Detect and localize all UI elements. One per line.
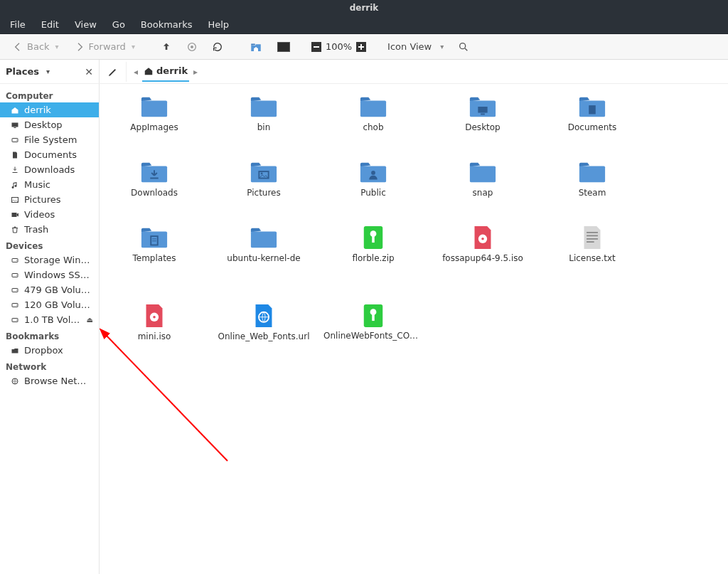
- places-panel-header: Places ▾ ✕: [0, 60, 100, 83]
- menu-edit[interactable]: Edit: [34, 16, 66, 33]
- svg-rect-29: [251, 166, 277, 182]
- reload-button[interactable]: [208, 38, 228, 55]
- sidebar-item-device[interactable]: Windows SSD sto...: [0, 267, 99, 282]
- svg-point-14: [16, 289, 17, 290]
- file-item[interactable]: florble.zip: [318, 225, 428, 303]
- file-icon: [140, 303, 168, 329]
- view-mode-selector[interactable]: Icon View: [383, 40, 448, 53]
- sidebar-item-device[interactable]: Storage Windows: [0, 253, 99, 267]
- svg-rect-34: [470, 166, 496, 182]
- sidebar-item-device[interactable]: 479 GB Volume: [0, 282, 99, 297]
- home-icon: [249, 41, 263, 53]
- menu-help[interactable]: Help: [200, 16, 236, 33]
- file-item[interactable]: License.txt: [537, 225, 647, 303]
- folder-item[interactable]: Desktop: [428, 94, 537, 159]
- breadcrumb-fwd-icon[interactable]: ▸: [193, 67, 198, 77]
- item-label: License.txt: [569, 253, 616, 263]
- terminal-button[interactable]: [273, 39, 294, 55]
- folder-item[interactable]: Downloads: [100, 159, 209, 225]
- zoom-in-button[interactable]: [356, 42, 366, 52]
- folder-item[interactable]: ubuntu-kernel-de: [209, 225, 318, 290]
- sidebar-item-device[interactable]: 120 GB Volume: [0, 297, 99, 312]
- file-icon: [250, 303, 278, 329]
- trash-icon: [10, 225, 20, 235]
- folder-item[interactable]: Public: [318, 159, 428, 225]
- up-button[interactable]: [156, 38, 176, 55]
- disk-icon: [10, 300, 20, 310]
- zoom-out-button[interactable]: [311, 42, 321, 52]
- menu-view[interactable]: View: [68, 16, 104, 33]
- places-close-button[interactable]: ✕: [85, 66, 93, 78]
- file-icon: [359, 303, 387, 329]
- svg-point-31: [261, 172, 263, 174]
- sidebar-item-music[interactable]: Music: [0, 177, 99, 192]
- sidebar-item-browse-network[interactable]: Browse Network: [0, 373, 99, 388]
- folder-item[interactable]: bin: [209, 94, 318, 159]
- item-label: chob: [363, 122, 383, 132]
- stop-button[interactable]: [182, 38, 202, 55]
- forward-button[interactable]: Forward ▾: [69, 38, 139, 56]
- edit-path-button[interactable]: [107, 62, 127, 82]
- folder-item[interactable]: Templates: [100, 225, 209, 290]
- sidebar-item-videos[interactable]: Videos: [0, 207, 99, 222]
- item-label: OnlineWebFonts_COb67c77cd5bca8cd8.108b19…: [323, 331, 423, 341]
- sidebar-item-dropbox[interactable]: Dropbox: [0, 343, 99, 358]
- folder-icon: [359, 94, 387, 119]
- folder-item[interactable]: AppImages: [100, 94, 209, 159]
- sidebar-item-downloads[interactable]: Downloads: [0, 162, 99, 177]
- sidebar-item-trash[interactable]: Trash: [0, 222, 99, 237]
- sidebar-item-documents[interactable]: Documents: [0, 147, 99, 162]
- music-icon: [10, 180, 20, 190]
- search-button[interactable]: [454, 38, 473, 55]
- sidebar-item-desktop[interactable]: Desktop: [0, 117, 99, 132]
- sidebar-item-pictures[interactable]: Pictures: [0, 192, 99, 207]
- home-button[interactable]: [245, 38, 267, 56]
- pathbar: ◂ derrik ▸: [100, 60, 205, 83]
- folder-item[interactable]: Documents: [537, 94, 647, 159]
- svg-point-10: [16, 260, 17, 260]
- menu-bar: File Edit View Go Bookmarks Help: [0, 16, 728, 34]
- svg-rect-20: [141, 100, 167, 117]
- content-pane[interactable]: AppImagesbinchobDesktopDocumentsDownload…: [100, 84, 728, 574]
- svg-point-45: [153, 316, 156, 319]
- svg-point-16: [16, 304, 17, 305]
- folder-icon: [140, 94, 168, 119]
- disk-icon: [10, 285, 20, 295]
- sidebar-item-home[interactable]: derrik: [0, 102, 99, 117]
- menu-go[interactable]: Go: [105, 16, 132, 33]
- folder-icon: [578, 159, 606, 185]
- folder-item[interactable]: chob: [318, 94, 428, 159]
- forward-dropdown-icon[interactable]: ▾: [132, 43, 135, 51]
- back-dropdown-icon[interactable]: ▾: [55, 43, 59, 51]
- file-item[interactable]: Online_Web_Fonts.url: [209, 303, 318, 381]
- breadcrumb-back-icon[interactable]: ◂: [134, 67, 138, 77]
- folder-item[interactable]: snap: [428, 159, 537, 225]
- folder-icon: [10, 346, 20, 356]
- folder-item[interactable]: Steam: [537, 159, 647, 225]
- reload-icon: [212, 41, 223, 53]
- svg-rect-35: [579, 166, 605, 182]
- svg-rect-3: [12, 122, 18, 127]
- back-button[interactable]: Back ▾: [7, 38, 63, 56]
- icon-grid: AppImagesbinchobDesktopDocumentsDownload…: [100, 94, 728, 381]
- home-icon: [144, 66, 154, 76]
- breadcrumb-home-segment[interactable]: derrik: [142, 61, 189, 82]
- file-item[interactable]: OnlineWebFonts_COb67c77cd5bca8cd8.108b19…: [318, 303, 428, 381]
- svg-rect-8: [12, 213, 17, 217]
- file-item[interactable]: fossapup64-9.5.iso: [428, 225, 537, 303]
- menu-bookmarks[interactable]: Bookmarks: [134, 16, 200, 33]
- folder-item[interactable]: Pictures: [209, 159, 318, 225]
- sidebar-item-filesystem[interactable]: File System: [0, 132, 99, 147]
- menu-file[interactable]: File: [3, 16, 33, 33]
- folder-icon: [578, 94, 606, 119]
- svg-rect-24: [478, 107, 487, 113]
- sidebar-item-device-ejectable[interactable]: 1.0 TB Volu...⏏: [0, 312, 99, 327]
- main-area: Computer derrik Desktop File System Docu…: [0, 84, 728, 574]
- up-icon: [161, 41, 172, 53]
- file-item[interactable]: mini.iso: [100, 303, 209, 381]
- eject-icon[interactable]: ⏏: [87, 316, 93, 324]
- item-label: Templates: [132, 253, 176, 263]
- search-icon: [458, 41, 469, 53]
- item-label: Pictures: [247, 188, 281, 198]
- places-dropdown-icon[interactable]: ▾: [46, 68, 50, 75]
